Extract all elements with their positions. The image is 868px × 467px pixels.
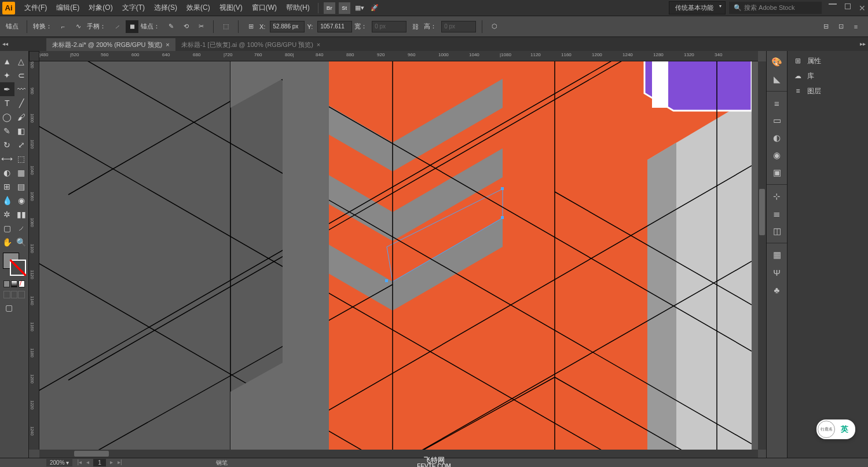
workspace-switcher[interactable]: 传统基本功能 bbox=[669, 1, 726, 14]
shape-builder-tool[interactable]: ◐ bbox=[0, 166, 14, 180]
pen-tool[interactable]: ✒ bbox=[0, 82, 14, 96]
magic-wand-tool[interactable]: ✦ bbox=[0, 68, 14, 82]
artboard-number[interactable]: 1 bbox=[93, 459, 106, 466]
stroke-color-icon[interactable] bbox=[10, 260, 26, 276]
curvature-tool[interactable]: 〰 bbox=[14, 82, 29, 96]
symbols-panel-icon[interactable]: ♣ bbox=[770, 282, 785, 297]
menu-effect[interactable]: 效果(C) bbox=[182, 1, 215, 15]
color-swatch[interactable] bbox=[3, 280, 10, 287]
lasso-tool[interactable]: ⊂ bbox=[14, 68, 29, 82]
gradient-panel-icon[interactable]: ▭ bbox=[770, 113, 785, 128]
bridge-icon[interactable]: Br bbox=[324, 2, 335, 14]
menu-select[interactable]: 选择(S) bbox=[149, 1, 182, 15]
menu-edit[interactable]: 编辑(E) bbox=[52, 1, 84, 15]
align-panel-icon[interactable]: ⊟ bbox=[819, 20, 832, 33]
last-artboard-icon[interactable]: ▸| bbox=[116, 459, 123, 466]
handle-show-icon[interactable]: ⟋ bbox=[111, 20, 123, 33]
next-artboard-icon[interactable]: ▸ bbox=[108, 459, 115, 466]
menu-type[interactable]: 文字(T) bbox=[118, 1, 149, 15]
gradient-tool[interactable]: ▤ bbox=[14, 180, 29, 194]
free-transform-tool[interactable]: ⬚ bbox=[14, 152, 29, 166]
menu-file[interactable]: 文件(F) bbox=[20, 1, 52, 15]
rotate-tool[interactable]: ↻ bbox=[0, 138, 14, 152]
brushes-panel-icon[interactable]: Ψ bbox=[770, 265, 785, 280]
search-stock-input[interactable]: 🔍 搜索 Adobe Stock bbox=[729, 2, 822, 14]
panel-tab-libraries[interactable]: ☁ 库 bbox=[788, 68, 868, 83]
isolate-icon[interactable]: ⬚ bbox=[219, 20, 232, 33]
remove-anchor-icon[interactable]: ✎ bbox=[164, 20, 177, 33]
scale-tool[interactable]: ⤢ bbox=[14, 138, 29, 152]
rectangle-tool[interactable]: ◯ bbox=[0, 110, 14, 124]
vertical-scrollbar[interactable] bbox=[758, 61, 766, 450]
gpu-rocket-icon[interactable]: 🚀 bbox=[369, 2, 380, 14]
graphic-styles-icon[interactable]: ▣ bbox=[770, 165, 785, 180]
menu-view[interactable]: 视图(V) bbox=[215, 1, 247, 15]
horizontal-ruler[interactable]: |480|520560600640680|720760800|840880920… bbox=[39, 51, 758, 61]
maximize-button[interactable] bbox=[845, 3, 851, 9]
selection-tool[interactable]: ▲ bbox=[0, 54, 14, 68]
eraser-tool[interactable]: ◧ bbox=[14, 124, 29, 138]
panel-tab-properties[interactable]: ⊞ 属性 bbox=[788, 53, 868, 68]
swatches-panel-icon[interactable]: ▦ bbox=[770, 247, 785, 262]
minimize-button[interactable] bbox=[829, 3, 837, 5]
arrange-documents-icon[interactable]: ▦▾ bbox=[354, 2, 365, 14]
vertical-ruler[interactable]: 9209601000102010401060108011001120114011… bbox=[29, 61, 39, 450]
first-artboard-icon[interactable]: |◂ bbox=[76, 459, 83, 466]
stroke-panel-icon[interactable]: ≡ bbox=[770, 96, 785, 111]
convert-corner-icon[interactable]: ⌐ bbox=[57, 20, 69, 33]
paintbrush-tool[interactable]: 🖌 bbox=[14, 110, 29, 124]
pathfinder-panel-icon[interactable]: ◫ bbox=[770, 224, 785, 239]
perspective-tool[interactable]: ▦ bbox=[14, 166, 29, 180]
symbol-sprayer-tool[interactable]: ✲ bbox=[0, 207, 14, 221]
direct-selection-tool[interactable]: △ bbox=[14, 54, 29, 68]
width-tool[interactable]: ⟷ bbox=[0, 152, 14, 166]
shaper-tool[interactable]: ✎ bbox=[0, 124, 14, 138]
hand-tool[interactable]: ✋ bbox=[0, 235, 14, 249]
y-input[interactable] bbox=[317, 21, 352, 32]
stock-icon[interactable]: St bbox=[339, 2, 350, 14]
align-ref-icon[interactable]: ⊞ bbox=[244, 20, 257, 33]
gradient-swatch[interactable] bbox=[11, 280, 17, 287]
transform-panel-icon[interactable]: ⊹ bbox=[770, 189, 785, 204]
ruler-origin[interactable] bbox=[29, 51, 39, 61]
close-button[interactable]: ✕ bbox=[859, 3, 866, 13]
menu-window[interactable]: 窗口(W) bbox=[247, 1, 281, 15]
align-panel-icon[interactable]: ≣ bbox=[770, 206, 785, 221]
column-graph-tool[interactable]: ▮▮ bbox=[14, 207, 29, 221]
line-tool[interactable]: ╱ bbox=[14, 96, 29, 110]
draw-normal-icon[interactable] bbox=[3, 291, 10, 298]
color-guide-icon[interactable]: ◣ bbox=[770, 72, 785, 87]
convert-smooth-icon[interactable]: ∿ bbox=[72, 20, 85, 33]
link-wh-icon[interactable]: ⛓ bbox=[409, 20, 422, 33]
canvas[interactable] bbox=[39, 61, 758, 450]
ime-indicator[interactable]: 行鹿名 英 bbox=[816, 419, 855, 439]
document-tab-inactive[interactable]: 未标题-1 [已恢复].ai @ 100% (RGB/GPU 预览) × bbox=[175, 38, 327, 51]
tab-close-icon[interactable]: × bbox=[317, 41, 320, 48]
panel-tab-layers[interactable]: ≡ 图层 bbox=[788, 83, 868, 98]
horizontal-scrollbar[interactable] bbox=[39, 450, 758, 458]
cut-path-icon[interactable]: ✂ bbox=[195, 20, 207, 33]
draw-inside-icon[interactable] bbox=[18, 291, 25, 298]
appearance-panel-icon[interactable]: ◉ bbox=[770, 148, 785, 163]
screen-mode-icon[interactable]: ▢ bbox=[3, 303, 14, 312]
prev-artboard-icon[interactable]: ◂ bbox=[84, 459, 91, 466]
expand-left-icon[interactable]: ◂◂ bbox=[2, 41, 8, 47]
shape-builder-icon[interactable]: ⬡ bbox=[488, 20, 501, 33]
ime-language[interactable]: 英 bbox=[835, 424, 854, 435]
document-tab-active[interactable]: 未标题-2.ai* @ 200% (RGB/GPU 预览) × bbox=[46, 38, 175, 51]
panel-menu-icon[interactable]: ≡ bbox=[849, 20, 862, 33]
transparency-panel-icon[interactable]: ◐ bbox=[770, 130, 785, 145]
tab-close-icon[interactable]: × bbox=[166, 41, 169, 48]
connect-path-icon[interactable]: ⟲ bbox=[180, 20, 192, 33]
zoom-tool[interactable]: 🔍 bbox=[14, 235, 29, 249]
type-tool[interactable]: T bbox=[0, 96, 14, 110]
menu-help[interactable]: 帮助(H) bbox=[281, 1, 314, 15]
expand-right-icon[interactable]: ▸▸ bbox=[860, 41, 866, 47]
h-input[interactable] bbox=[441, 21, 476, 32]
color-panel-icon[interactable]: 🎨 bbox=[770, 54, 785, 70]
handle-hide-icon[interactable]: ◼ bbox=[126, 20, 138, 33]
eyedropper-tool[interactable]: 💧 bbox=[0, 194, 14, 207]
w-input[interactable] bbox=[372, 21, 406, 32]
x-input[interactable] bbox=[270, 21, 305, 32]
blend-tool[interactable]: ◉ bbox=[14, 194, 29, 207]
